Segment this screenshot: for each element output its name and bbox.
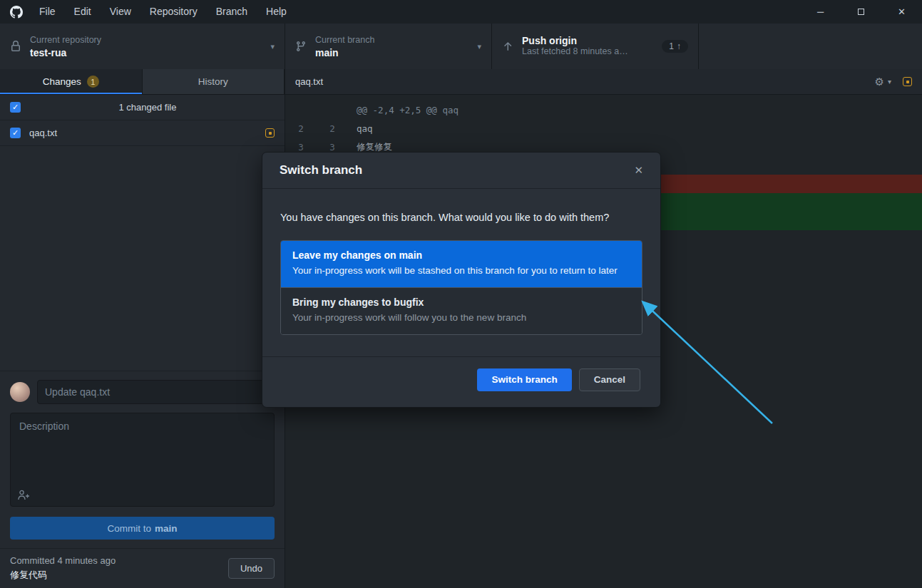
- current-branch-selector[interactable]: Current branch main ▾: [285, 24, 492, 69]
- undo-bar: Committed 4 minutes ago 修复代码 Undo: [0, 548, 285, 588]
- menu-file[interactable]: File: [30, 0, 65, 24]
- file-name: qaq.txt: [29, 128, 257, 138]
- minimize-icon: ─: [817, 6, 824, 17]
- diff-line: 2 2 qaq: [285, 119, 922, 138]
- dialog-body: You have changes on this branch. What wo…: [262, 212, 660, 335]
- option-title: Bring my changes to bugfix: [292, 296, 630, 308]
- commit-summary-row: [10, 380, 275, 404]
- diff-line-text: qaq: [348, 123, 373, 134]
- stash-options: Leave my changes on main Your in-progres…: [280, 240, 642, 335]
- changes-count-badge: 1: [87, 76, 99, 88]
- file-row-qaq-txt[interactable]: ✓ qaq.txt: [0, 120, 285, 146]
- option-description: Your in-progress work will follow you to…: [292, 311, 630, 326]
- close-icon: ✕: [898, 6, 906, 17]
- commit-summary-input[interactable]: [37, 380, 275, 404]
- branch-label: Current branch: [315, 35, 374, 45]
- close-icon[interactable]: ✕: [634, 164, 643, 177]
- github-desktop-window: File Edit View Repository Branch Help ─ …: [0, 0, 922, 588]
- modified-status-icon: [265, 128, 275, 138]
- gutter-new: 3: [317, 142, 348, 153]
- github-logo-icon: [10, 6, 23, 19]
- menu-repository[interactable]: Repository: [140, 0, 207, 24]
- toolbar: Current repository test-rua ▾ Current br…: [0, 24, 922, 69]
- sidebar-tabs: Changes 1 History: [0, 69, 285, 95]
- diff-line-text: 修复修复: [348, 141, 392, 153]
- git-branch-icon: [295, 41, 307, 52]
- titlebar: File Edit View Repository Branch Help ─ …: [0, 0, 922, 24]
- tab-history-label: History: [198, 76, 228, 87]
- menu-bar: File Edit View Repository Branch Help: [30, 0, 296, 24]
- commit-button-prefix: Commit to: [107, 523, 151, 534]
- switch-branch-confirm-button[interactable]: Switch branch: [477, 368, 571, 391]
- option-description: Your in-progress work will be stashed on…: [292, 264, 630, 279]
- tab-changes[interactable]: Changes 1: [0, 69, 143, 94]
- repo-text: Current repository test-rua: [30, 35, 101, 58]
- commit-button[interactable]: Commit to main: [10, 517, 275, 540]
- modified-status-icon: [903, 77, 912, 86]
- push-count-badge: 1 ↑: [662, 40, 688, 53]
- branch-text: Current branch main: [315, 35, 374, 58]
- commit-form: Commit to main: [0, 371, 285, 548]
- dialog-header: Switch branch ✕: [262, 153, 660, 189]
- diff-header-actions: ⚙ ▾: [875, 76, 912, 88]
- option-title: Leave my changes on main: [292, 249, 630, 261]
- diff-hunk-header: @@ -2,4 +2,5 @@ qaq: [285, 100, 922, 119]
- window-controls: ─ ✕: [800, 0, 922, 24]
- minimize-button[interactable]: ─: [800, 0, 841, 24]
- close-button[interactable]: ✕: [881, 0, 922, 24]
- sidebar: Changes 1 History ✓ 1 changed file ✓ qaq…: [0, 69, 285, 588]
- hunk-header-text: @@ -2,4 +2,5 @@ qaq: [348, 105, 459, 115]
- diff-file-name: qaq.txt: [295, 76, 323, 87]
- add-coauthor-icon[interactable]: [18, 490, 30, 500]
- switch-branch-dialog: Switch branch ✕ You have changes on this…: [262, 152, 661, 408]
- gutter-old: 3: [285, 142, 317, 153]
- commit-button-branch: main: [155, 523, 178, 534]
- menu-branch[interactable]: Branch: [207, 0, 257, 24]
- commit-description-wrap: [10, 413, 275, 507]
- option-leave-changes[interactable]: Leave my changes on main Your in-progres…: [281, 241, 642, 287]
- tab-changes-label: Changes: [43, 76, 81, 87]
- push-last-fetched: Last fetched 8 minutes a…: [522, 46, 628, 56]
- menu-help[interactable]: Help: [257, 0, 296, 24]
- file-checkbox[interactable]: ✓: [10, 128, 21, 138]
- push-label: Push origin: [522, 35, 628, 46]
- changed-files-header: ✓ 1 changed file: [0, 95, 285, 120]
- avatar: [10, 382, 30, 402]
- maximize-button[interactable]: [841, 0, 881, 24]
- menu-edit[interactable]: Edit: [65, 0, 101, 24]
- undo-texts: Committed 4 minutes ago 修复代码: [10, 555, 228, 582]
- sidebar-spacer: [0, 146, 285, 371]
- select-all-checkbox[interactable]: ✓: [10, 102, 21, 113]
- undo-button[interactable]: Undo: [228, 558, 275, 579]
- gutter-old: 2: [285, 123, 317, 134]
- diff-options-button[interactable]: ⚙ ▾: [875, 76, 891, 88]
- diff-header: qaq.txt ⚙ ▾: [285, 69, 922, 95]
- push-count: 1: [669, 41, 674, 51]
- branch-name: main: [315, 47, 374, 58]
- cancel-button[interactable]: Cancel: [579, 368, 640, 391]
- dialog-message: You have changes on this branch. What wo…: [280, 212, 642, 223]
- push-origin-button[interactable]: Push origin Last fetched 8 minutes a… 1 …: [492, 24, 699, 69]
- committed-ago-text: Committed 4 minutes ago: [10, 555, 228, 566]
- repo-name: test-rua: [30, 47, 101, 58]
- changed-files-count: 1 changed file: [21, 102, 275, 113]
- arrow-up-icon: ↑: [677, 41, 681, 51]
- chevron-down-icon: ▾: [888, 78, 891, 86]
- arrow-up-icon: [502, 41, 513, 52]
- maximize-icon: [858, 9, 864, 15]
- menu-view[interactable]: View: [101, 0, 140, 24]
- repo-label: Current repository: [30, 35, 101, 45]
- chevron-down-icon: ▾: [270, 42, 275, 51]
- tab-history[interactable]: History: [143, 69, 285, 94]
- lock-icon: [10, 41, 21, 52]
- dialog-footer: Switch branch Cancel: [262, 356, 660, 407]
- chevron-down-icon: ▾: [477, 42, 481, 51]
- commit-description-input[interactable]: [11, 413, 274, 506]
- push-text: Push origin Last fetched 8 minutes a…: [522, 35, 628, 58]
- gutter-new: 2: [317, 123, 348, 134]
- gear-icon: ⚙: [875, 76, 884, 88]
- dialog-title: Switch branch: [280, 163, 362, 177]
- option-bring-changes[interactable]: Bring my changes to bugfix Your in-progr…: [281, 287, 642, 334]
- toolbar-filler: [699, 24, 922, 69]
- current-repository-selector[interactable]: Current repository test-rua ▾: [0, 24, 285, 69]
